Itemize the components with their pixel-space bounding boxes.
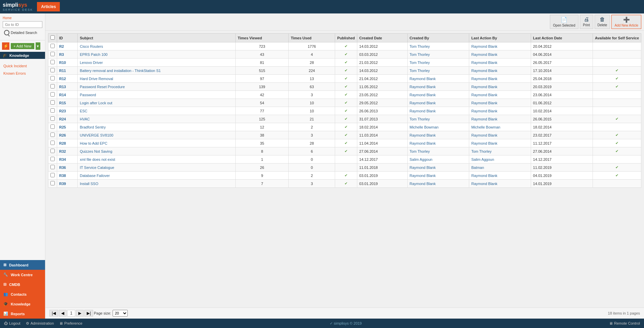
row-checkbox[interactable] [50,181,55,185]
row-created-by[interactable]: Tom Thorley [407,147,469,155]
row-id[interactable]: R14 [57,91,78,99]
row-last-action-by[interactable]: Raymond Blank [469,139,531,147]
row-last-action-by[interactable]: Raymond Blank [469,131,531,139]
row-created-by[interactable]: Michelle Bowman [407,123,469,131]
row-subject[interactable]: IT Service Catalogue [78,163,236,172]
remote-control-link[interactable]: 🖥 Remote Control [609,321,640,325]
row-created-by[interactable]: Raymond Blank [407,75,469,83]
row-subject[interactable]: Lenovo Driver [78,59,236,67]
row-created-by[interactable]: Raymond Blank [407,172,469,180]
row-checkbox[interactable] [50,108,55,113]
row-last-action-by[interactable]: Batman [469,163,531,172]
row-created-by[interactable]: Raymond Blank [407,99,469,107]
row-last-action-by[interactable]: Raymond Blank [469,50,531,59]
row-last-action-by[interactable]: Michelle Bowman [469,123,531,131]
col-created-by[interactable]: Created By [407,34,469,42]
nav-dashboard[interactable]: ⊞ Dashboard [0,260,45,270]
row-subject[interactable]: Install SSO [78,180,236,188]
row-id[interactable]: R38 [57,172,78,180]
row-created-by[interactable]: Raymond Blank [407,83,469,91]
row-last-action-by[interactable]: Raymond Blank [469,115,531,123]
row-checkbox[interactable] [50,60,55,64]
row-checkbox[interactable] [50,44,55,48]
col-last-action-date[interactable]: Last Action Date [531,34,593,42]
row-created-by[interactable]: Raymond Blank [407,131,469,139]
logout-link[interactable]: ⏻ Logout [4,321,21,326]
row-subject[interactable]: EPRS Patch 100 [78,50,236,59]
row-subject[interactable]: UNIVERGE SV8100 [78,131,236,139]
row-created-by[interactable]: Raymond Blank [407,163,469,172]
row-checkbox[interactable] [50,124,55,129]
row-created-by[interactable]: Tom Thorley [407,67,469,75]
row-subject[interactable]: Battery removal and installation - Think… [78,67,236,75]
row-subject[interactable]: Cisco Routers [78,42,236,50]
col-self-service[interactable]: Available for Self Service [593,34,641,42]
row-checkbox[interactable] [50,116,55,121]
goto-input[interactable] [3,21,42,28]
row-id[interactable]: R11 [57,67,78,75]
row-id[interactable]: R36 [57,163,78,172]
select-all-checkbox[interactable] [50,35,55,40]
row-checkbox[interactable] [50,133,55,137]
col-subject[interactable]: Subject [78,34,236,42]
row-last-action-by[interactable]: Raymond Blank [469,99,531,107]
row-checkbox[interactable] [50,68,55,72]
row-created-by[interactable]: Tom Thorley [407,59,469,67]
row-created-by[interactable]: Salim Aggoun [407,155,469,163]
row-subject[interactable]: xml file does not exist [78,155,236,163]
col-times-viewed[interactable]: Times Viewed [236,34,289,42]
nav-reports[interactable]: 📊 Reports [0,309,45,319]
row-checkbox[interactable] [50,84,55,88]
row-last-action-by[interactable]: Raymond Blank [469,59,531,67]
col-id[interactable]: ID [57,34,78,42]
row-checkbox[interactable] [50,173,55,177]
row-last-action-by[interactable]: Raymond Blank [469,172,531,180]
articles-tab[interactable]: Articles [37,2,60,11]
row-checkbox[interactable] [50,149,55,153]
col-times-used[interactable]: Times Used [289,34,335,42]
row-id[interactable]: R39 [57,180,78,188]
row-id[interactable]: R23 [57,107,78,115]
prev-page-button[interactable]: ◀ [59,310,67,317]
add-new-dropdown[interactable]: ▼ [36,42,40,50]
print-button[interactable]: 🖨 Print [580,15,593,29]
row-last-action-by[interactable]: Raymond Blank [469,180,531,188]
row-id[interactable]: R3 [57,50,78,59]
row-created-by[interactable]: Raymond Blank [407,180,469,188]
row-id[interactable]: R15 [57,99,78,107]
delete-button[interactable]: 🗑 Delete [595,15,610,29]
row-checkbox[interactable] [50,157,55,161]
row-created-by[interactable]: Tom Thorley [407,115,469,123]
row-id[interactable]: R32 [57,147,78,155]
row-id[interactable]: R25 [57,123,78,131]
row-id[interactable]: R2 [57,42,78,50]
row-created-by[interactable]: Raymond Blank [407,91,469,99]
row-subject[interactable]: Bradford Sentry [78,123,236,131]
row-created-by[interactable]: Tom Thorley [407,50,469,59]
add-new-button[interactable]: + Add New [11,43,34,49]
row-created-by[interactable]: Tom Thorley [407,42,469,50]
row-subject[interactable]: How to Add EPC [78,139,236,147]
row-last-action-by[interactable]: Raymond Blank [469,67,531,75]
detailed-search[interactable]: Detailed Search [3,28,42,37]
nav-quick-incident[interactable]: Quick Incident [0,62,45,70]
row-checkbox[interactable] [50,76,55,80]
row-last-action-by[interactable]: Raymond Blank [469,75,531,83]
first-page-button[interactable]: |◀ [49,310,58,317]
col-created-date[interactable]: Created Date [357,34,407,42]
nav-contacts[interactable]: 👥 Contacts [0,289,45,299]
row-last-action-by[interactable]: Raymond Blank [469,91,531,99]
next-page-button[interactable]: ▶ [76,310,84,317]
nav-workcentre[interactable]: 🔧 Work Centre [0,270,45,280]
col-last-action-by[interactable]: Last Action By [469,34,531,42]
open-selected-button[interactable]: 📄 Open Selected [550,15,578,29]
row-created-by[interactable]: Raymond Blank [407,139,469,147]
row-checkbox[interactable] [50,92,55,97]
add-new-article-button[interactable]: ➕ Add New Article [611,15,641,29]
row-subject[interactable]: HVAC [78,115,236,123]
nav-cmdb[interactable]: ⊟ CMDB [0,280,45,289]
row-id[interactable]: R28 [57,139,78,147]
row-id[interactable]: R26 [57,131,78,139]
row-last-action-by[interactable]: Raymond Blank [469,107,531,115]
lightning-button[interactable]: ⚡ [2,42,9,50]
